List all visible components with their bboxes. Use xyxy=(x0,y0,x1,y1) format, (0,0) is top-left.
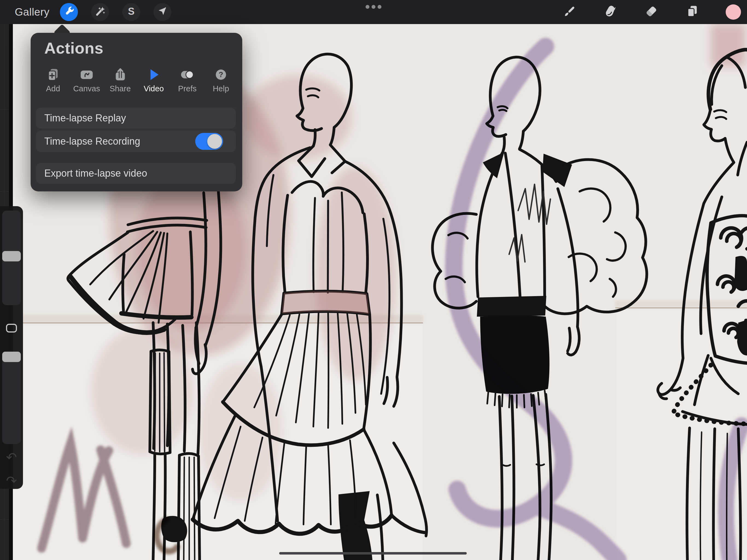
prefs-toggle-icon xyxy=(180,66,195,83)
tab-help[interactable]: ? Help xyxy=(207,66,235,96)
help-icon: ? xyxy=(214,66,228,83)
transform-arrow-icon xyxy=(156,5,169,19)
tab-label: Prefs xyxy=(178,84,197,93)
tab-add[interactable]: Add xyxy=(40,66,67,96)
modify-button[interactable] xyxy=(5,322,18,334)
export-timelapse-row[interactable]: Export time-lapse video xyxy=(36,163,236,184)
brush-sidebar: ↶ ↷ xyxy=(0,206,23,489)
brush-size-handle[interactable] xyxy=(2,251,21,261)
modify-square-icon xyxy=(5,323,18,334)
tab-share[interactable]: Share xyxy=(107,66,134,96)
home-indicator[interactable] xyxy=(279,552,467,555)
undo-arrow-icon: ↶ xyxy=(6,450,17,465)
svg-text:?: ? xyxy=(219,70,223,79)
tab-video[interactable]: Video xyxy=(140,66,168,96)
layers-button[interactable] xyxy=(685,4,700,20)
timelapse-replay-row[interactable]: Time-lapse Replay xyxy=(36,108,236,128)
erase-button[interactable] xyxy=(643,4,659,20)
timelapse-recording-row: Time-lapse Recording xyxy=(36,131,236,152)
wrench-icon xyxy=(62,5,75,19)
smudge-button[interactable] xyxy=(602,4,618,20)
actions-tab-bar: Add Canvas xyxy=(40,66,235,96)
smudge-finger-icon xyxy=(603,4,617,20)
video-play-icon xyxy=(147,66,160,83)
toggle-knob xyxy=(207,134,222,149)
tab-prefs[interactable]: Prefs xyxy=(174,66,201,96)
opacity-slider[interactable] xyxy=(2,352,21,444)
left-tool-group: S xyxy=(60,3,172,21)
undo-button[interactable]: ↶ xyxy=(0,449,23,465)
tab-label: Add xyxy=(46,84,60,93)
actions-popover: Actions Add xyxy=(31,33,242,192)
magic-wand-icon xyxy=(94,5,107,19)
redo-button[interactable]: ↷ xyxy=(0,473,23,489)
procreate-app-window: Gallery xyxy=(0,0,747,560)
popover-title: Actions xyxy=(44,39,103,57)
right-tool-group xyxy=(561,0,741,24)
actions-button[interactable] xyxy=(60,3,78,21)
svg-text:S: S xyxy=(128,6,134,17)
paint-button[interactable] xyxy=(561,4,577,20)
brush-icon xyxy=(562,4,576,20)
tab-label: Canvas xyxy=(73,84,100,93)
tab-canvas[interactable]: Canvas xyxy=(73,66,100,96)
canvas-icon xyxy=(79,66,94,83)
tab-label: Video xyxy=(144,84,164,93)
share-icon xyxy=(113,66,127,83)
color-button[interactable] xyxy=(725,4,741,20)
ellipsis-drag-icon[interactable] xyxy=(366,5,381,9)
top-toolbar: Gallery xyxy=(0,0,747,24)
redo-arrow-icon: ↷ xyxy=(6,473,17,488)
layers-icon xyxy=(685,4,699,20)
selection-s-icon: S xyxy=(125,5,138,19)
row-label: Time-lapse Replay xyxy=(44,108,126,128)
opacity-handle[interactable] xyxy=(2,352,21,362)
add-icon xyxy=(46,66,60,83)
row-label: Export time-lapse video xyxy=(44,163,147,184)
transform-button[interactable] xyxy=(153,3,172,21)
adjustments-button[interactable] xyxy=(91,3,109,21)
eraser-icon xyxy=(644,4,659,20)
selection-button[interactable]: S xyxy=(122,3,140,21)
row-label: Time-lapse Recording xyxy=(44,131,140,152)
tab-label: Help xyxy=(213,84,229,93)
gallery-button[interactable]: Gallery xyxy=(15,6,50,18)
timelapse-recording-toggle[interactable] xyxy=(195,133,223,150)
color-swatch xyxy=(726,4,741,20)
tab-label: Share xyxy=(110,84,131,93)
